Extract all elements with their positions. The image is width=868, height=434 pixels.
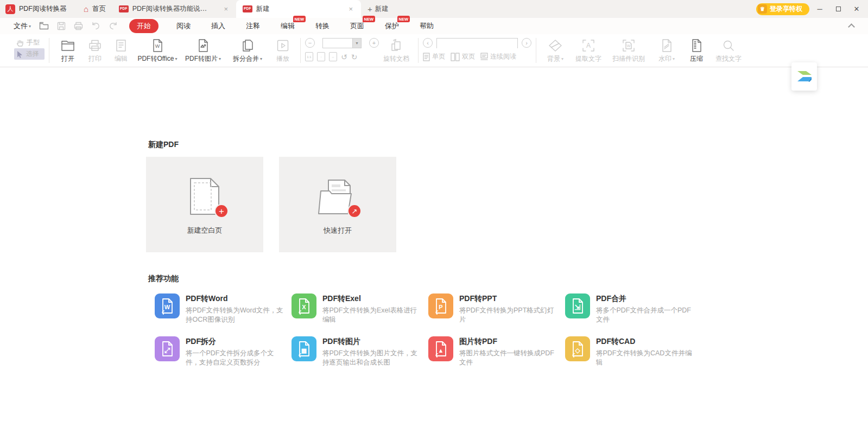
close-window-button[interactable]: ✕ <box>848 2 865 16</box>
play-icon <box>276 38 289 53</box>
divider <box>49 38 49 63</box>
open-button[interactable]: 打开 <box>54 37 82 63</box>
feature-pdf-merge[interactable]: ⇲ PDF合并 将多个PDF文件合并成一个PDF文件 <box>565 293 702 324</box>
feature-desc: 将一个PDF文件拆分成多个文件，支持自定义页数拆分 <box>186 349 286 368</box>
quick-access-icons <box>39 21 118 31</box>
rotate-document-button[interactable]: 旋转文档 <box>379 37 414 63</box>
page-number-input[interactable] <box>437 39 517 48</box>
tab-document-label: PDF阅读转换器功能说明.pdf <box>132 4 210 14</box>
compress-button[interactable]: 压缩 <box>683 37 710 63</box>
edit-button[interactable]: 编辑 <box>108 37 134 63</box>
quick-open-label: 快速打开 <box>324 226 352 235</box>
feature-pdf-to-cad[interactable]: ◇ PDF转CAD 将PDF文件转换为CAD文件并编辑 <box>565 336 702 367</box>
ribbon-tab-read[interactable]: 阅读 <box>176 21 191 31</box>
feature-title: PDF拆分 <box>186 337 286 346</box>
svg-text:⤢: ⤢ <box>164 346 170 354</box>
feature-grid: W PDF转Word 将PDF文件转换为Word文件，支持OCR图像识别 X P… <box>155 293 868 368</box>
maximize-button[interactable] <box>830 2 846 16</box>
new-badge: NEW <box>363 16 376 22</box>
undo-icon[interactable] <box>91 21 101 31</box>
rotate-cw-icon[interactable]: ↻ <box>351 53 358 61</box>
select-tool-label: 选择 <box>26 49 39 59</box>
tab-new-label: 新建 <box>256 4 270 14</box>
feature-pdf-to-word[interactable]: W PDF转Word 将PDF文件转换为Word文件，支持OCR图像识别 <box>155 293 292 324</box>
crown-icon: ♛ <box>758 4 767 14</box>
collapse-ribbon-icon[interactable] <box>848 23 855 30</box>
pdf-to-office-button[interactable]: W PDF转Office▾ <box>134 37 181 63</box>
fit-page-icon[interactable]: ◦ <box>317 52 325 61</box>
watermark-button[interactable]: 水印▾ <box>650 37 683 63</box>
pdf-to-image-button[interactable]: PDF转图片▾ <box>181 37 225 63</box>
new-blank-page-label: 新建空白页 <box>187 226 223 235</box>
maximize-icon <box>836 7 841 11</box>
menubar: 文件 ▾ 开始 阅读 插入 注释 编辑 NEW 转换 页面 NEW 保护 NEW… <box>0 18 868 34</box>
app-title: PDF阅读转换器 <box>19 4 67 14</box>
ribbon-tab-help[interactable]: 帮助 <box>420 21 434 31</box>
tab-close-icon[interactable]: × <box>222 5 230 13</box>
file-menu-button[interactable]: 文件 ▾ <box>14 21 31 31</box>
continuous-mode[interactable]: 连续阅读 <box>480 52 516 61</box>
find-text-button[interactable]: 查找文字 <box>710 37 747 63</box>
new-blank-page-card[interactable]: + 新建空白页 <box>146 157 263 252</box>
fit-width-icon[interactable]: ↔ <box>329 52 337 61</box>
tab-document[interactable]: PDF PDF阅读转换器功能说明.pdf × <box>112 0 236 18</box>
feature-title: PDF合并 <box>596 294 696 303</box>
tab-home[interactable]: ⌂ 首页 <box>77 0 112 18</box>
print-button[interactable]: 打印 <box>82 37 108 63</box>
ribbon-tab-annotate[interactable]: 注释 <box>246 21 260 31</box>
quick-open-card[interactable]: ↗ 快速打开 <box>279 157 396 252</box>
background-button[interactable]: 背景▾ <box>541 37 570 63</box>
open-folder-icon <box>61 38 75 53</box>
feature-title: 图片转PDF <box>459 337 559 346</box>
feature-title: PDF转Word <box>186 294 286 303</box>
home-icon: ⌂ <box>84 5 88 13</box>
rotate-ccw-icon[interactable]: ↺ <box>341 53 347 61</box>
minimize-button[interactable]: ─ <box>812 2 828 16</box>
ribbon-tab-start[interactable]: 开始 <box>129 19 159 33</box>
chevron-down-icon: ▾ <box>561 56 563 61</box>
print-icon[interactable] <box>73 21 84 31</box>
scan-ocr-button[interactable]: W 扫描件识别 <box>607 37 650 63</box>
zoom-out-button[interactable]: − <box>305 38 315 48</box>
login-button[interactable]: ♛ 登录享特权 <box>756 3 809 15</box>
play-button[interactable]: 播放 <box>270 37 296 63</box>
feature-desc: 将PDF文件转换为Word文件，支持OCR图像识别 <box>186 306 286 325</box>
prev-page-button[interactable]: ‹ <box>423 38 433 48</box>
chevron-down-icon: ▾ <box>175 56 178 61</box>
next-page-button[interactable]: › <box>522 38 531 48</box>
feature-image-to-pdf[interactable]: ▲ 图片转PDF 将图片格式文件一键转换成PDF文件 <box>428 336 565 367</box>
pointer-tools: 手型 选择 <box>14 37 45 60</box>
edit-doc-icon <box>115 38 127 53</box>
tab-close-icon[interactable]: × <box>347 5 354 13</box>
zoom-level-select[interactable]: ▼ <box>322 38 362 48</box>
actual-size-icon[interactable]: 1:1 <box>305 52 313 61</box>
feature-desc: 将PDF文件转换为PPT格式幻灯片 <box>459 306 559 325</box>
redo-icon[interactable] <box>108 21 118 31</box>
zoom-level-input[interactable] <box>323 39 352 48</box>
hand-tool-button[interactable]: 手型 <box>14 37 45 48</box>
ribbon-tab-edit-label: 编辑 <box>281 22 295 30</box>
ribbon-tab-page[interactable]: 页面 NEW <box>350 21 364 31</box>
ribbon-tab-edit[interactable]: 编辑 NEW <box>281 21 295 31</box>
single-page-mode[interactable]: 单页 <box>423 52 445 61</box>
extract-text-button[interactable]: A 提取文字 <box>570 37 607 63</box>
pdf-to-cad-icon: ◇ <box>565 336 590 361</box>
feature-pdf-to-image[interactable]: ▦ PDF转图片 将PDF文件转换为图片文件，支持逐页输出和合成长图 <box>292 336 428 367</box>
pages-icon <box>240 38 255 53</box>
chevron-down-icon[interactable]: ▼ <box>352 39 361 48</box>
ribbon-tab-protect[interactable]: 保护 NEW <box>385 21 399 31</box>
feature-pdf-to-ppt[interactable]: P PDF转PPT 将PDF文件转换为PPT格式幻灯片 <box>428 293 565 324</box>
watermark-icon <box>661 38 673 53</box>
save-icon[interactable] <box>56 21 66 31</box>
feature-pdf-split[interactable]: ⤢ PDF拆分 将一个PDF文件拆分成多个文件，支持自定义页数拆分 <box>155 336 292 367</box>
main-content: 新建PDF + 新建空白页 <box>0 140 868 368</box>
feature-pdf-to-excel[interactable]: X PDF转Exel 将PDF文件转换为Exel表格进行编辑 <box>292 293 428 324</box>
ribbon-tab-insert[interactable]: 插入 <box>211 21 225 31</box>
open-file-icon[interactable] <box>39 21 49 31</box>
select-tool-button[interactable]: 选择 <box>14 48 45 60</box>
split-merge-button[interactable]: 拆分合并▾ <box>225 37 270 63</box>
zoom-in-button[interactable]: + <box>369 38 379 48</box>
feature-desc: 将PDF文件转换为图片文件，支持逐页输出和合成长图 <box>322 349 422 368</box>
ribbon-tab-convert[interactable]: 转换 <box>315 21 330 31</box>
double-page-mode[interactable]: 双页 <box>451 52 475 61</box>
